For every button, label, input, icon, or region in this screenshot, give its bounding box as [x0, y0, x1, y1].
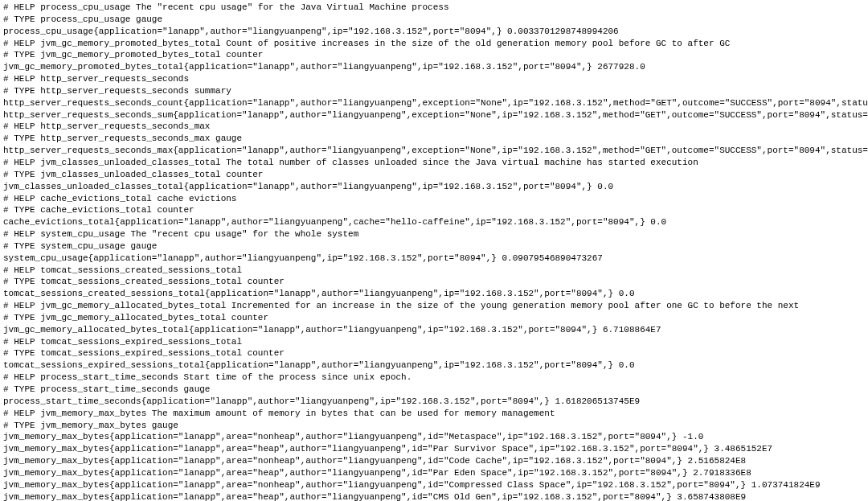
metrics-text-output: # HELP process_cpu_usage The "recent cpu…	[3, 2, 865, 501]
